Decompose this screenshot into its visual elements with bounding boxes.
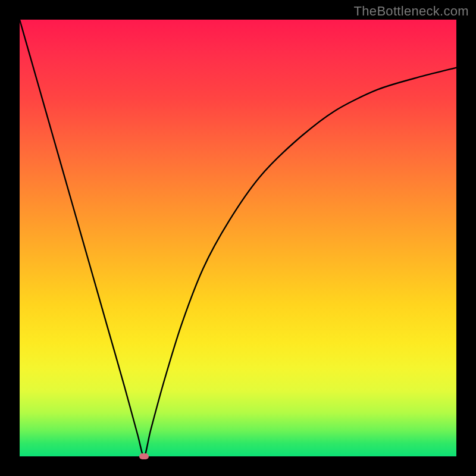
chart-frame: TheBottleneck.com [0,0,476,476]
bottleneck-curve [20,20,456,456]
plot-area [20,20,456,456]
optimum-marker [139,453,149,459]
watermark-text: TheBottleneck.com [354,4,469,19]
